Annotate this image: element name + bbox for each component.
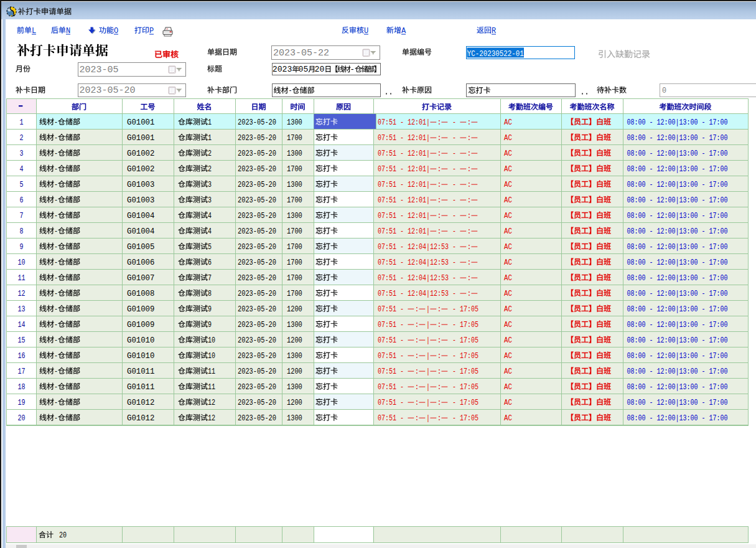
svg-text:20: 20 [315,65,325,74]
svg-text:07:51 -: 07:51 - [378,305,408,314]
svg-text::: : [437,196,441,205]
svg-text:10: 10 [208,336,215,345]
svg-text:G01005: G01005 [127,243,154,252]
svg-text:|: | [426,336,430,345]
svg-text:07:51 - 12:01|: 07:51 - 12:01| [378,196,430,205]
svg-text::: : [467,165,471,174]
svg-text:G01004: G01004 [127,212,154,220]
svg-text:08:00 - 12:00|13:00 - 17:00: 08:00 - 12:00|13:00 - 17:00 [627,321,728,329]
svg-text:08:00 - 12:00|13:00 - 17:00: 08:00 - 12:00|13:00 - 17:00 [627,165,728,174]
svg-text:1700: 1700 [287,290,302,298]
svg-text:- 17:05: - 17:05 [449,383,478,392]
svg-text:- 17:05: - 17:05 [449,414,478,423]
svg-text:-: - [54,367,58,376]
svg-text::: : [437,399,441,407]
svg-text:-: - [449,149,460,158]
svg-text:3: 3 [20,149,24,158]
svg-text:-: - [54,118,58,127]
svg-text:AC: AC [504,274,512,283]
svg-text:1300: 1300 [287,352,302,361]
svg-text:1300: 1300 [287,414,302,423]
svg-text:-: - [54,258,58,267]
svg-text:G01010: G01010 [127,336,154,345]
svg-text:07:51 - 12:01|: 07:51 - 12:01| [378,134,430,143]
svg-text:AC: AC [504,290,512,298]
svg-text:-: - [350,65,355,74]
svg-text:07:51 - 12:01|: 07:51 - 12:01| [378,118,430,127]
svg-text::: : [467,274,471,283]
svg-text:-: - [449,118,460,127]
svg-text:07:51 -: 07:51 - [378,352,408,361]
svg-text:2023-05-20: 2023-05-20 [238,383,276,392]
svg-text:-: - [54,165,58,174]
svg-text:1300: 1300 [287,181,302,189]
svg-text:19: 19 [18,399,26,407]
svg-text:-: - [54,134,58,143]
svg-text:11: 11 [208,383,215,392]
svg-text:1: 1 [20,118,24,127]
svg-text:4: 4 [208,227,212,236]
svg-text::: : [437,227,441,236]
svg-text:1700: 1700 [287,243,302,252]
svg-text:9: 9 [208,305,212,314]
svg-text:-: - [289,87,292,95]
svg-text::: : [437,383,441,392]
svg-text:1700: 1700 [287,165,302,174]
svg-text:2023-05-20: 2023-05-20 [238,258,276,267]
svg-text:18: 18 [18,383,26,392]
svg-text:G01001: G01001 [127,134,154,143]
svg-text:08:00 - 12:00|13:00 - 17:00: 08:00 - 12:00|13:00 - 17:00 [627,414,728,423]
svg-text:-: - [54,227,58,236]
svg-text:7: 7 [20,212,24,220]
svg-text:AC: AC [504,212,512,220]
svg-text:2023-05-20: 2023-05-20 [238,227,276,236]
svg-text:08:00 - 12:00|13:00 - 17:00: 08:00 - 12:00|13:00 - 17:00 [627,134,728,143]
svg-text:-: - [54,336,58,345]
svg-text:07:51 - 12:01|: 07:51 - 12:01| [378,181,430,189]
svg-text:G01009: G01009 [127,321,154,329]
svg-text:AC: AC [504,165,512,174]
svg-text::: : [467,149,471,158]
svg-text:- 17:05: - 17:05 [449,399,478,407]
svg-text:AC: AC [504,134,512,143]
svg-text:4: 4 [208,212,212,220]
svg-text:07:51 - 12:01|: 07:51 - 12:01| [378,165,430,174]
svg-text:11: 11 [208,367,215,376]
svg-text:08:00 - 12:00|13:00 - 17:00: 08:00 - 12:00|13:00 - 17:00 [627,290,728,298]
svg-text:|: | [426,367,430,376]
svg-text::: : [437,118,441,127]
svg-text:1300: 1300 [287,383,302,392]
svg-text:G01012: G01012 [127,414,154,423]
svg-text:07:51 - 12:04|12:53 -: 07:51 - 12:04|12:53 - [378,290,460,298]
svg-text:AC: AC [504,149,512,158]
svg-text:- 17:05: - 17:05 [449,352,478,361]
svg-text::: : [467,212,471,220]
svg-text:07:51 - 12:04|12:53 -: 07:51 - 12:04|12:53 - [378,243,460,252]
svg-text:07:51 -: 07:51 - [378,414,408,423]
svg-text:3: 3 [208,196,212,205]
svg-text:7: 7 [208,274,212,283]
svg-text:08:00 - 12:00|13:00 - 17:00: 08:00 - 12:00|13:00 - 17:00 [627,399,728,407]
svg-text:AC: AC [504,118,512,127]
svg-text:AC: AC [504,399,512,407]
svg-text:07:51 -: 07:51 - [378,321,408,329]
svg-text:G01009: G01009 [127,305,154,314]
svg-text:G01011: G01011 [127,367,154,376]
svg-text:07:51 -: 07:51 - [378,336,408,345]
svg-text:1200: 1200 [287,336,302,345]
svg-text:-: - [54,383,58,392]
svg-text:2023-05-20: 2023-05-20 [238,181,276,189]
svg-text:14: 14 [18,321,26,329]
svg-text:08:00 - 12:00|13:00 - 17:00: 08:00 - 12:00|13:00 - 17:00 [627,196,728,205]
svg-text:2023-05-20: 2023-05-20 [238,149,276,158]
svg-text:-: - [449,165,460,174]
svg-text:2023-05-20: 2023-05-20 [80,85,136,96]
svg-text:10: 10 [208,352,215,361]
svg-text:-: - [54,352,58,361]
svg-text::: : [415,321,419,329]
svg-text::: : [437,352,441,361]
svg-text:G01002: G01002 [127,149,154,158]
svg-text:1200: 1200 [287,305,302,314]
svg-text:AC: AC [504,305,512,314]
svg-text:2023-05-20: 2023-05-20 [238,243,276,252]
